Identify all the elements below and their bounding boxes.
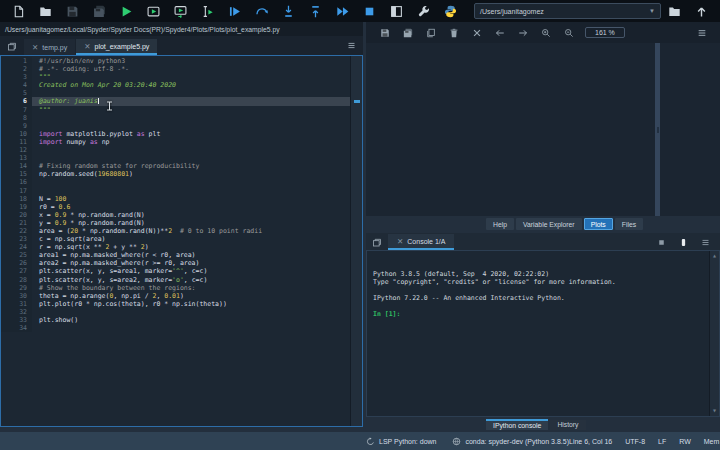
open-file-button[interactable] <box>32 0 59 22</box>
save-plot-button[interactable] <box>373 23 396 43</box>
code-line[interactable]: 7""" <box>1 106 351 114</box>
code-line[interactable]: 5 <box>1 89 351 97</box>
line-number: 33 <box>1 316 32 324</box>
code-line[interactable]: 11import numpy as np <box>1 138 351 146</box>
code-line[interactable]: 1#!/usr/bin/env python3 <box>1 57 351 65</box>
close-icon[interactable]: ✕ <box>397 238 403 245</box>
arrow-right-icon <box>518 28 528 38</box>
console-line <box>373 302 705 310</box>
copy-image-button[interactable] <box>419 23 442 43</box>
interrupt-kernel-button[interactable] <box>650 235 672 249</box>
footer-tab-history[interactable]: History <box>550 420 585 430</box>
code-line[interactable]: 16 <box>1 178 351 186</box>
code-line[interactable]: 9 <box>1 122 351 130</box>
run-cell-button[interactable] <box>140 0 167 22</box>
code-line[interactable]: 6@author: juanis <box>1 97 351 105</box>
zoom-in-icon <box>541 28 551 38</box>
save-all-plots-button[interactable] <box>396 23 419 43</box>
code-line[interactable]: 21y = 0.9 * np.random.rand(N) <box>1 219 351 227</box>
code-text: r0 = 0.6 <box>32 203 351 211</box>
zoom-in-button[interactable] <box>534 23 557 43</box>
remove-all-plots-button[interactable] <box>465 23 488 43</box>
console-tab[interactable]: ✕ Console 1/A <box>388 234 454 250</box>
plots-toolbar: 161 % <box>366 22 720 43</box>
new-file-button[interactable] <box>5 0 32 22</box>
editor-scrollbar[interactable] <box>350 56 362 426</box>
code-text: # -*- coding: utf-8 -*- <box>32 65 351 73</box>
code-line[interactable]: 27plt.scatter(x, y, s=area1, marker='^',… <box>1 267 351 275</box>
debug-step-over-button[interactable] <box>248 0 275 22</box>
debug-step-out-button[interactable] <box>302 0 329 22</box>
close-icon[interactable]: ✕ <box>32 44 38 51</box>
debug-stop-button[interactable] <box>356 0 383 22</box>
run-cell-advance-button[interactable] <box>167 0 194 22</box>
code-line[interactable]: 14# Fixing random state for reproducibil… <box>1 162 351 170</box>
run-file-button[interactable] <box>113 0 140 22</box>
code-line[interactable]: 20x = 0.9 * np.random.rand(N) <box>1 211 351 219</box>
code-line[interactable]: 31plt.plot(r0 * np.cos(theta), r0 * np.s… <box>1 300 351 308</box>
debug-file-button[interactable] <box>221 0 248 22</box>
code-line[interactable]: 19r0 = 0.6 <box>1 203 351 211</box>
code-line[interactable]: 13 <box>1 154 351 162</box>
code-line[interactable]: 4Created on Mon Apr 20 03:20:40 2020 <box>1 81 351 89</box>
browse-tabs-icon[interactable] <box>4 39 20 54</box>
browse-tabs-icon[interactable] <box>369 235 385 250</box>
editor-options-menu-icon[interactable] <box>344 39 358 52</box>
code-line[interactable]: 15np.random.seed(19680801) <box>1 170 351 178</box>
scroll-up-icon[interactable]: ▲ <box>713 252 716 260</box>
scroll-down-icon[interactable]: ▼ <box>713 407 716 415</box>
plots-options-menu-button[interactable] <box>690 23 713 43</box>
console-options-menu-button[interactable] <box>694 235 716 249</box>
code-line[interactable]: 29# Show the boundary between the region… <box>1 284 351 292</box>
close-icon[interactable]: ✕ <box>84 43 90 50</box>
preferences-button[interactable] <box>410 0 437 22</box>
code-line[interactable]: 17 <box>1 187 351 195</box>
pane-tab-files[interactable]: Files <box>615 218 643 230</box>
code-line[interactable]: 2# -*- coding: utf-8 -*- <box>1 65 351 73</box>
plots-splitter-handle[interactable] <box>655 43 660 216</box>
editor-tab-plot_example5.py[interactable]: ✕plot_example5.py <box>76 39 157 55</box>
code-line[interactable]: 28plt.scatter(x, y, s=area2, marker='o',… <box>1 276 351 284</box>
save-all-button[interactable] <box>86 0 113 22</box>
code-editor[interactable]: 1#!/usr/bin/env python32# -*- coding: ut… <box>0 55 363 427</box>
restart-kernel-button[interactable] <box>672 235 694 249</box>
run-selection-button[interactable] <box>194 0 221 22</box>
python-environment-button[interactable] <box>437 0 464 22</box>
working-directory-combo[interactable]: /Users/juanitagomez ▼ <box>474 3 661 19</box>
code-line[interactable]: 23c = np.sqrt(area) <box>1 235 351 243</box>
code-text: y = 0.9 * np.random.rand(N) <box>32 219 351 227</box>
debug-step-into-button[interactable] <box>275 0 302 22</box>
code-line[interactable]: 8 <box>1 114 351 122</box>
remove-plot-button[interactable] <box>442 23 465 43</box>
code-line[interactable]: 34 <box>1 324 351 332</box>
footer-tab-ipython-console[interactable]: IPython console <box>486 419 548 430</box>
next-plot-button[interactable] <box>511 23 534 43</box>
console-scrollbar[interactable]: ▲ ▼ <box>709 251 719 416</box>
code-line[interactable]: 18N = 100 <box>1 195 351 203</box>
code-line[interactable]: 26area2 = np.ma.masked_where(r >= r0, ar… <box>1 259 351 267</box>
code-text: # Fixing random state for reproducibilit… <box>32 162 351 170</box>
pane-tab-variable-explorer[interactable]: Variable Explorer <box>516 218 582 230</box>
previous-plot-button[interactable] <box>488 23 511 43</box>
code-line[interactable]: 32 <box>1 308 351 316</box>
pane-tab-plots[interactable]: Plots <box>584 218 613 230</box>
working-directory-value: /Users/juanitagomez <box>480 8 544 15</box>
debug-continue-button[interactable] <box>329 0 356 22</box>
code-line[interactable]: 3""" <box>1 73 351 81</box>
parent-directory-button[interactable] <box>688 0 715 22</box>
save-file-button[interactable] <box>59 0 86 22</box>
zoom-out-button[interactable] <box>557 23 580 43</box>
ipython-console[interactable]: Python 3.8.5 (default, Sep 4 2020, 02:22… <box>366 250 720 417</box>
browse-working-directory-button[interactable] <box>661 0 688 22</box>
code-line[interactable]: 30theta = np.arange(0, np.pi / 2, 0.01) <box>1 292 351 300</box>
code-line[interactable]: 24r = np.sqrt(x ** 2 + y ** 2) <box>1 243 351 251</box>
code-line[interactable]: 10import matplotlib.pyplot as plt <box>1 130 351 138</box>
maximize-pane-button[interactable] <box>383 0 410 22</box>
code-line[interactable]: 12 <box>1 146 351 154</box>
code-line[interactable]: 25area1 = np.ma.masked_where(r < r0, are… <box>1 251 351 259</box>
pane-tab-help[interactable]: Help <box>486 218 514 230</box>
code-line[interactable]: 33plt.show() <box>1 316 351 324</box>
code-area[interactable]: 1#!/usr/bin/env python32# -*- coding: ut… <box>1 57 351 426</box>
editor-tab-temp.py[interactable]: ✕temp.py <box>24 39 75 55</box>
code-line[interactable]: 22area = (20 * np.random.rand(N))**2 # 0… <box>1 227 351 235</box>
